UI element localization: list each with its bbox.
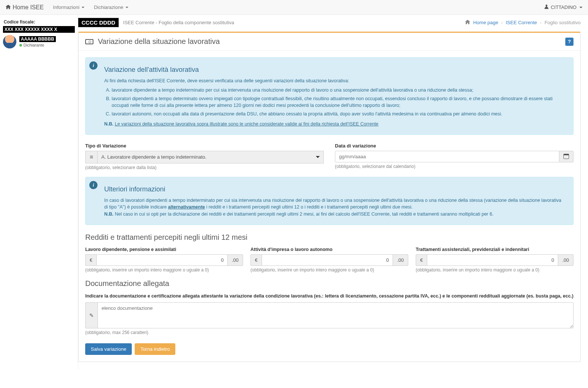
- chevron-down-icon: [82, 7, 84, 8]
- info1-li-a: lavoratore dipendente a tempo indetermin…: [112, 87, 566, 94]
- info1-title: Variazione dell'attività lavorativa: [104, 66, 566, 74]
- home-icon: [6, 4, 11, 11]
- redditi-col1-label: Lavoro dipendente, pensione e assimilati: [85, 247, 243, 252]
- tipo-select[interactable]: A. Lavoratore dipendente a tempo indeter…: [97, 151, 324, 163]
- nav-informazioni[interactable]: Informazioni: [53, 4, 85, 10]
- docs-textarea[interactable]: [98, 302, 573, 328]
- navbar-brand-text: Home ISEE: [13, 4, 44, 11]
- home-icon: [465, 20, 470, 25]
- info-box-variazione: i Variazione dell'attività lavorativa Ai…: [85, 57, 573, 135]
- nav-dichiarazione[interactable]: Dichiarazione: [94, 4, 128, 10]
- tipo-label: Tipo di Variazione: [85, 143, 324, 149]
- info-icon: i: [89, 61, 98, 70]
- header-code: CCCC DDDD: [78, 18, 119, 27]
- help-button[interactable]: ?: [565, 38, 573, 46]
- info-box-ulteriori: i Ulteriori informazioni In caso di lavo…: [85, 177, 573, 225]
- info-icon: i: [89, 181, 98, 189]
- panel-title: Variazione della situazione lavorativa: [85, 37, 220, 46]
- pencil-icon: [85, 302, 98, 328]
- decimal-addon: .00: [558, 254, 573, 266]
- info1-li-b: lavoratori dipendenti a tempo determinat…: [112, 95, 566, 109]
- docs-helper: (obbligatorio, max 256 caratteri): [85, 330, 573, 335]
- bill-icon: [85, 39, 93, 44]
- info2-text-c: i redditi e i trattamenti percepiti negl…: [205, 204, 413, 210]
- docs-title: Documentazione allegata: [85, 279, 573, 288]
- breadcrumb: Home page › ISEE Corrente › Foglio sosti…: [465, 20, 581, 25]
- redditi-col2-helper: (obbligatorio, inserire un importo inter…: [250, 267, 408, 273]
- redditi-col3-label: Trattamenti assistenziali, previdenziali…: [416, 247, 573, 252]
- decimal-addon: .00: [393, 254, 408, 266]
- info1-intro: Ai fini della richiesta dell'ISEE Corren…: [104, 77, 566, 85]
- redditi-col3-helper: (obbligatorio, inserire un importo inter…: [416, 267, 573, 273]
- redditi-title: Redditi e trattamenti percepiti negli ul…: [85, 233, 573, 242]
- info2-title: Ulteriori informazioni: [104, 185, 566, 193]
- menu-icon: [85, 151, 97, 163]
- info1-nb-link[interactable]: Le variazioni della situazione lavorativ…: [115, 121, 378, 127]
- redditi-col1-input[interactable]: [96, 254, 228, 266]
- redditi-col1-helper: (obbligatorio, inserire un importo inter…: [85, 267, 243, 273]
- save-button[interactable]: Salva variazione: [85, 343, 132, 355]
- info2-nb-text: Nel caso in cui si opti per la dichiaraz…: [114, 212, 493, 217]
- navbar-brand[interactable]: Home ISEE: [6, 4, 44, 11]
- euro-addon: €: [250, 254, 262, 266]
- euro-addon: €: [416, 254, 427, 266]
- redditi-col2-input[interactable]: [262, 254, 393, 266]
- breadcrumb-current: Foglio sostitutivo: [544, 20, 581, 25]
- user-role: Dichiarante: [19, 43, 56, 47]
- info1-nb-label: N.B.: [104, 121, 114, 127]
- redditi-col2-label: Attività d'impresa o lavoro autonomo: [250, 247, 408, 252]
- decimal-addon: .00: [228, 254, 243, 266]
- user-name: AAAAA BBBBB: [19, 36, 56, 42]
- avatar: [3, 35, 16, 48]
- user-icon: [544, 4, 549, 10]
- info2-text-b: alternativamente: [168, 204, 205, 210]
- user-menu[interactable]: CITTADINO: [544, 4, 582, 10]
- info2-nb-label: N.B.: [104, 212, 114, 217]
- breadcrumb-home[interactable]: Home page: [473, 20, 498, 25]
- calendar-icon[interactable]: [559, 151, 573, 162]
- cf-label: Codice fiscale:: [4, 19, 75, 25]
- back-button[interactable]: Torna indietro: [135, 343, 175, 355]
- info1-li-c: lavoratori autonomi, non occupati alla d…: [112, 111, 566, 118]
- breadcrumb-isee[interactable]: ISEE Corrente: [506, 20, 537, 25]
- data-input[interactable]: [335, 151, 559, 162]
- euro-addon: €: [85, 254, 96, 266]
- data-helper: (obbligatorio, selezionare dal calendari…: [335, 164, 573, 169]
- data-label: Data di variazione: [335, 143, 573, 149]
- chevron-down-icon: [125, 7, 128, 8]
- status-dot: [19, 44, 22, 47]
- chevron-down-icon: [579, 7, 582, 8]
- redditi-col3-input[interactable]: [427, 254, 558, 266]
- tipo-helper: (obbligatorio, selezionare dalla lista): [85, 165, 324, 170]
- docs-label: Indicare la documentazione e certificazi…: [85, 293, 573, 300]
- cf-value: XXX XXX XXXXX XXXX X: [3, 26, 75, 33]
- header-subtitle: ISEE Corrente - Foglio della componente …: [123, 20, 234, 25]
